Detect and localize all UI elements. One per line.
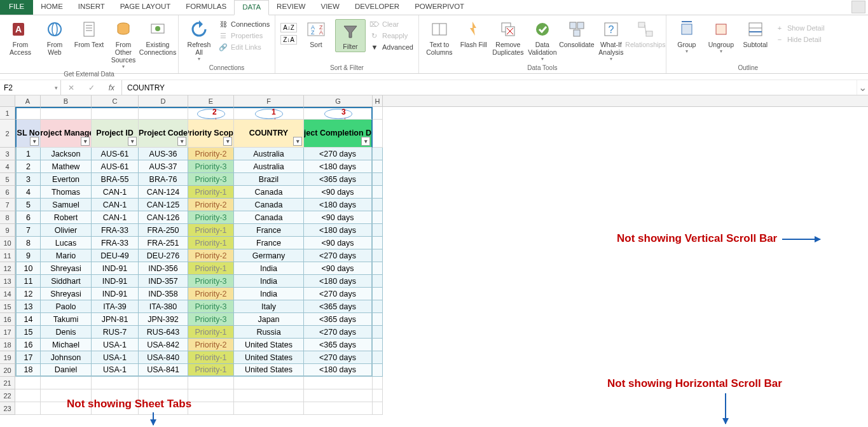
cell-completion-days[interactable]: <180 days	[304, 224, 373, 237]
cell-project-code[interactable]: IND-358	[139, 288, 188, 300]
cell-sl-no[interactable]: 15	[15, 326, 41, 339]
row-header-1[interactable]: 1	[0, 107, 15, 120]
hdr-project-manager[interactable]: Project Manager▾	[41, 120, 92, 148]
cell-sl-no[interactable]: 8	[15, 237, 41, 249]
sort-button[interactable]: AZZASort	[301, 19, 331, 48]
cell-priority[interactable]: Priority-3	[188, 173, 234, 186]
name-box[interactable]: F2▾	[0, 80, 61, 95]
cell-completion-days[interactable]: <365 days	[304, 339, 373, 351]
hdr-country[interactable]: COUNTRY▾	[234, 120, 304, 148]
consolidate-button[interactable]: Consolidate	[561, 19, 592, 48]
cell-completion-days[interactable]: <180 days	[304, 364, 373, 377]
cell-priority[interactable]: Priority-1	[188, 364, 234, 377]
cell-completion-days[interactable]: <180 days	[304, 275, 373, 288]
cell-country[interactable]: India	[234, 288, 304, 300]
ungroup-button[interactable]: Ungroup▾	[706, 19, 736, 54]
tab-page-layout[interactable]: PAGE LAYOUT	[113, 0, 178, 15]
cell-completion-days[interactable]: <180 days	[304, 160, 373, 173]
filter-button[interactable]: Filter	[335, 19, 366, 52]
tab-insert[interactable]: INSERT	[71, 0, 113, 15]
cell-project-code[interactable]: CAN-125	[139, 199, 188, 211]
enter-formula-icon[interactable]: ✓	[88, 83, 95, 92]
cell-project-id[interactable]: AUS-61	[92, 148, 139, 160]
cell-project-id[interactable]: IND-91	[92, 288, 139, 300]
cell-project-id[interactable]: ITA-39	[92, 300, 139, 313]
filter-dd-C[interactable]: ▾	[128, 137, 137, 146]
row-header-18[interactable]: 18	[0, 339, 15, 351]
cell-manager[interactable]: Denis	[41, 326, 92, 339]
cell-priority[interactable]: Priority-2	[188, 199, 234, 211]
hdr-project-code[interactable]: Project Code▾	[139, 120, 188, 148]
col-header-F[interactable]: F	[234, 95, 304, 106]
flash-fill-button[interactable]: Flash Fill	[458, 19, 489, 48]
connections-button[interactable]: ⛓Connections	[218, 19, 270, 29]
cell-project-code[interactable]: JPN-392	[139, 313, 188, 326]
cell-project-id[interactable]: CAN-1	[92, 186, 139, 199]
cell-priority[interactable]: Priority-1	[188, 351, 234, 364]
cell-manager[interactable]: Thomas	[41, 186, 92, 199]
cell-project-id[interactable]: FRA-33	[92, 224, 139, 237]
cell-country[interactable]: France	[234, 237, 304, 249]
cell-country[interactable]: Italy	[234, 300, 304, 313]
cell-country[interactable]: Brazil	[234, 173, 304, 186]
row-header-23[interactable]: 23	[0, 402, 15, 415]
cell-project-id[interactable]: CAN-1	[92, 199, 139, 211]
cell-priority[interactable]: Priority-1	[188, 224, 234, 237]
cell-priority[interactable]: Priority-3	[188, 275, 234, 288]
filter-dd-A[interactable]: ▾	[30, 137, 39, 146]
col-header-D[interactable]: D	[139, 95, 188, 106]
cell-project-id[interactable]: IND-91	[92, 262, 139, 275]
reapply-button[interactable]: ↻Reapply	[369, 31, 413, 41]
filter-dd-E[interactable]: ▾	[223, 137, 232, 146]
cell-manager[interactable]: Michael	[41, 339, 92, 351]
from-access-button[interactable]: AFrom Access	[5, 19, 36, 56]
cell-country[interactable]: Australia	[234, 160, 304, 173]
user-account-icon[interactable]	[851, 1, 865, 13]
edit-links-button[interactable]: 🔗Edit Links	[218, 42, 270, 52]
cell-manager[interactable]: Shreyasi	[41, 288, 92, 300]
select-all-corner[interactable]	[0, 95, 15, 106]
tab-data[interactable]: DATA	[234, 0, 269, 15]
cell-country[interactable]: Canada	[234, 186, 304, 199]
cell-manager[interactable]: Takumi	[41, 313, 92, 326]
cell-completion-days[interactable]: <365 days	[304, 313, 373, 326]
cell-completion-days[interactable]: <270 days	[304, 288, 373, 300]
cell-project-code[interactable]: ITA-380	[139, 300, 188, 313]
tab-review[interactable]: REVIEW	[269, 0, 313, 15]
cell-project-code[interactable]: IND-356	[139, 262, 188, 275]
show-detail-button[interactable]: +Show Detail	[775, 23, 825, 33]
cell-sl-no[interactable]: 7	[15, 224, 41, 237]
cell-project-code[interactable]: AUS-37	[139, 160, 188, 173]
cell-project-code[interactable]: RUS-643	[139, 326, 188, 339]
cell-completion-days[interactable]: <90 days	[304, 211, 373, 224]
cell-project-code[interactable]: USA-841	[139, 364, 188, 377]
cell-country[interactable]: United States	[234, 364, 304, 377]
cell-manager[interactable]: Olivier	[41, 224, 92, 237]
col-header-A[interactable]: A	[15, 95, 41, 106]
cell-manager[interactable]: Shreyasi	[41, 262, 92, 275]
hdr-sl-no[interactable]: SL No▾	[15, 120, 41, 148]
hdr-completion-days[interactable]: Project Completion Days▾	[304, 120, 373, 148]
cell-sl-no[interactable]: 2	[15, 160, 41, 173]
cell-completion-days[interactable]: <365 days	[304, 300, 373, 313]
col-header-B[interactable]: B	[41, 95, 92, 106]
cell-priority[interactable]: Priority-1	[188, 326, 234, 339]
cell-sl-no[interactable]: 4	[15, 186, 41, 199]
cell-country[interactable]: India	[234, 275, 304, 288]
cell-project-code[interactable]: FRA-251	[139, 237, 188, 249]
row-header-7[interactable]: 7	[0, 199, 15, 211]
row-header-16[interactable]: 16	[0, 313, 15, 326]
group-button[interactable]: Group▾	[672, 19, 702, 54]
cell-country[interactable]: United States	[234, 339, 304, 351]
cell-manager[interactable]: Paolo	[41, 300, 92, 313]
cell-priority[interactable]: Priority-2	[188, 148, 234, 160]
hdr-priority-scope[interactable]: Priority Scope▾	[188, 120, 234, 148]
cell-project-id[interactable]: USA-1	[92, 351, 139, 364]
cell-sl-no[interactable]: 5	[15, 199, 41, 211]
row-header-21[interactable]: 21	[0, 377, 15, 389]
cell-completion-days[interactable]: <270 days	[304, 326, 373, 339]
cell-project-id[interactable]: AUS-61	[92, 160, 139, 173]
row-header-17[interactable]: 17	[0, 326, 15, 339]
row-header-11[interactable]: 11	[0, 249, 15, 262]
cell-sl-no[interactable]: 17	[15, 351, 41, 364]
